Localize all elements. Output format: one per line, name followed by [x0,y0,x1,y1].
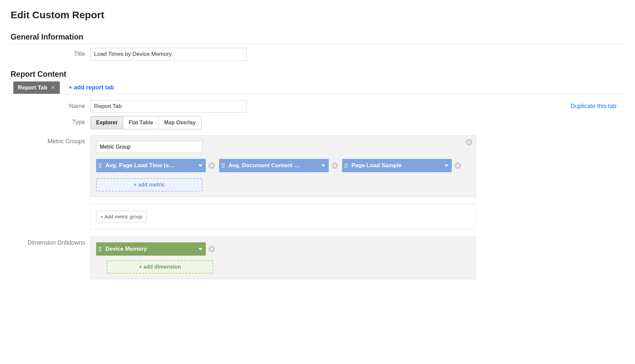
close-icon [456,164,459,167]
drag-handle-icon[interactable] [99,247,102,251]
metric-chip-label: Avg. Document Content … [228,162,318,169]
metric-chip[interactable]: Page Load Sample [342,159,452,172]
chevron-down-icon [444,165,448,167]
section-report-content: Report Content [11,70,624,79]
metric-group-name-input[interactable] [96,141,202,153]
report-tab[interactable]: Report Tab ✕ [13,81,60,94]
add-metric-button[interactable]: + add metric [96,178,202,191]
close-icon [467,141,471,144]
remove-metric-button[interactable] [208,162,215,169]
tab-name-input[interactable] [90,100,247,113]
dimension-chip-label: Device Memory [105,246,195,252]
chevron-down-icon [321,165,325,167]
dimension-drilldowns-panel: Device Memory + add dimension [90,237,476,279]
metric-chip-label: Page Load Sample [351,162,441,169]
metric-chip-label: Avg. Page Load Time (s… [105,162,195,169]
drag-handle-icon[interactable] [345,164,348,168]
close-icon[interactable]: ✕ [51,84,55,91]
title-label: Title [11,48,90,58]
metric-chip[interactable]: Avg. Document Content … [219,159,329,172]
add-metric-group-button[interactable]: + Add metric group [96,211,147,222]
type-map-overlay-button[interactable]: Map Overlay [158,116,201,129]
drag-handle-icon[interactable] [222,164,225,168]
type-explorer-button[interactable]: Explorer [91,116,123,129]
remove-dimension-button[interactable] [208,246,215,252]
type-label: Type [11,116,90,126]
metric-group-panel: Avg. Page Load Time (s… [90,135,476,197]
dimension-drilldowns-label: Dimension Drilldowns [11,237,90,246]
dimension-chip[interactable]: Device Memory [96,242,206,256]
type-flat-table-button[interactable]: Flat Table [123,116,159,129]
page-title: Edit Custom Report [11,9,624,21]
drag-handle-icon[interactable] [99,164,102,168]
close-icon [333,164,336,167]
metric-chip[interactable]: Avg. Page Load Time (s… [96,159,206,172]
close-icon [210,247,213,251]
report-tab-label: Report Tab [18,84,47,91]
chevron-down-icon [198,165,202,167]
remove-metric-button[interactable] [331,162,338,169]
chevron-down-icon [198,248,202,250]
duplicate-tab-link[interactable]: Duplicate this tab [571,103,616,110]
section-general-information: General Information [11,33,624,42]
name-label: Name [11,100,90,110]
add-dimension-button[interactable]: + add dimension [107,260,213,274]
remove-metric-button[interactable] [454,162,461,169]
metric-groups-label: Metric Groups [11,135,90,145]
type-buttongroup: Explorer Flat Table Map Overlay [90,116,201,129]
remove-metric-group-button[interactable] [466,139,472,146]
add-metric-group-panel: + Add metric group [90,204,476,229]
divider [11,44,624,44]
title-input[interactable] [90,48,247,61]
add-report-tab-link[interactable]: + add report tab [68,81,114,94]
close-icon [210,164,213,167]
